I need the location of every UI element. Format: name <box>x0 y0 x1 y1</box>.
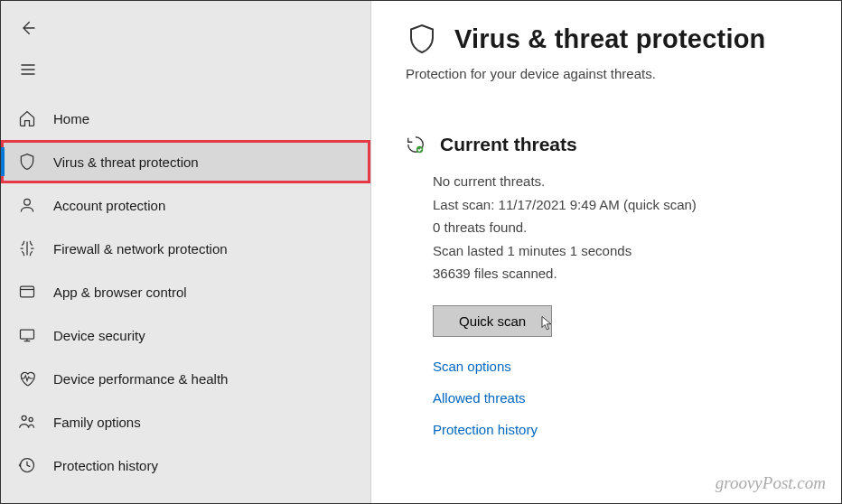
sidebar-item-label: Virus & threat protection <box>53 154 199 170</box>
account-icon <box>17 195 37 215</box>
allowed-threats-link[interactable]: Allowed threats <box>433 390 807 406</box>
heart-icon <box>17 369 37 388</box>
scan-status-icon <box>406 135 426 154</box>
section-title: Current threats <box>440 134 577 155</box>
sidebar-item-account[interactable]: Account protection <box>1 183 370 227</box>
sidebar-item-label: Home <box>53 111 89 126</box>
sidebar-item-label: Family options <box>53 415 141 430</box>
sidebar-item-label: Device security <box>53 328 145 343</box>
sidebar-item-virus-threat[interactable]: Virus & threat protection <box>1 140 370 183</box>
duration-line: Scan lasted 1 minutes 1 seconds <box>433 239 807 263</box>
app-browser-icon <box>17 282 37 302</box>
hamburger-icon <box>19 61 37 79</box>
threat-status: No current threats. Last scan: 11/17/202… <box>433 170 807 285</box>
nav-list: Home Virus & threat protection Account p… <box>1 97 370 503</box>
page-subtitle: Protection for your device against threa… <box>406 66 807 81</box>
home-icon <box>17 108 37 128</box>
sidebar-item-home[interactable]: Home <box>1 97 370 140</box>
svg-rect-1 <box>21 286 34 297</box>
sidebar-item-label: Protection history <box>53 458 158 473</box>
status-line: No current threats. <box>433 170 807 193</box>
firewall-icon <box>17 238 37 258</box>
family-icon <box>17 412 37 432</box>
device-security-icon <box>17 325 37 345</box>
sidebar-item-label: Account protection <box>53 198 165 213</box>
svg-rect-2 <box>21 330 34 339</box>
hamburger-button[interactable] <box>14 55 42 84</box>
sidebar-item-app-browser[interactable]: App & browser control <box>1 270 370 313</box>
protection-history-link[interactable]: Protection history <box>433 422 807 437</box>
threats-found-line: 0 threats found. <box>433 216 807 239</box>
sidebar-item-family[interactable]: Family options <box>1 400 370 443</box>
shield-icon <box>406 23 438 55</box>
sidebar-item-device-security[interactable]: Device security <box>1 313 370 357</box>
watermark: groovyPost.com <box>716 473 826 493</box>
sidebar-item-performance[interactable]: Device performance & health <box>1 357 370 400</box>
sidebar-item-protection-history[interactable]: Protection history <box>1 443 370 487</box>
sidebar-item-label: Device performance & health <box>53 371 228 387</box>
scan-options-link[interactable]: Scan options <box>433 359 807 374</box>
sidebar-item-label: App & browser control <box>53 285 187 300</box>
sidebar-item-label: Firewall & network protection <box>53 241 228 257</box>
svg-point-0 <box>24 199 31 205</box>
files-scanned-line: 36639 files scanned. <box>433 262 807 285</box>
history-icon <box>17 455 37 475</box>
back-arrow-icon <box>19 19 37 37</box>
page-title: Virus & threat protection <box>454 24 765 54</box>
last-scan-line: Last scan: 11/17/2021 9:49 AM (quick sca… <box>433 193 807 217</box>
quick-scan-button[interactable]: Quick scan <box>433 305 552 337</box>
svg-point-3 <box>22 415 26 420</box>
svg-point-4 <box>29 417 33 421</box>
shield-icon <box>17 152 37 172</box>
main-content: Virus & threat protection Protection for… <box>371 1 841 503</box>
sidebar: Home Virus & threat protection Account p… <box>1 1 371 503</box>
sidebar-item-firewall[interactable]: Firewall & network protection <box>1 227 370 270</box>
back-button[interactable] <box>14 14 42 42</box>
